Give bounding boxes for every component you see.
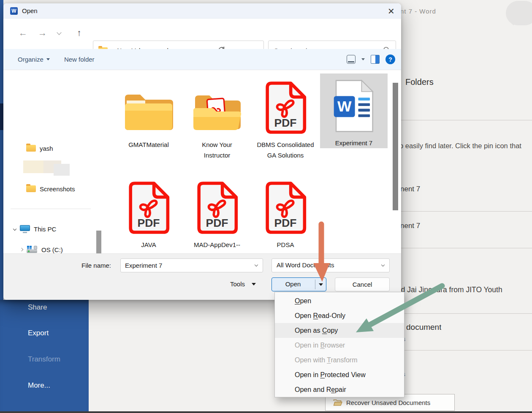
sidebar-item-more[interactable]: More... xyxy=(28,381,50,390)
recent-file-item[interactable]: nent 7 xyxy=(400,222,420,230)
pdf-icon: PDF xyxy=(115,175,182,234)
cancel-button-label: Cancel xyxy=(353,281,372,288)
open-file-dialog: W Open × ← → ↑ « New Volu... › yash xyxy=(3,3,401,300)
sidebar-item-share[interactable]: Share xyxy=(28,303,47,312)
combo-chevron-icon[interactable] xyxy=(255,263,258,266)
recent-file-item[interactable]: nent 7 xyxy=(400,185,420,193)
divider xyxy=(400,248,532,248)
file-tile-gmatmaterial[interactable]: GMATMaterial xyxy=(115,75,182,150)
svg-text:PDF: PDF xyxy=(274,117,297,129)
tree-divider xyxy=(11,209,91,209)
open-dropdown-arrow-icon[interactable] xyxy=(319,283,323,286)
recent-locations-chevron-icon[interactable] xyxy=(57,30,61,35)
svg-text:W: W xyxy=(337,98,352,115)
svg-text:PDF: PDF xyxy=(206,217,228,229)
file-name-combobox[interactable] xyxy=(120,258,263,272)
preview-pane-icon[interactable] xyxy=(371,55,380,64)
svg-text:PDF: PDF xyxy=(274,217,297,229)
view-mode-icon[interactable] xyxy=(347,55,356,64)
divider xyxy=(403,313,532,314)
folder-icon xyxy=(26,185,36,192)
window-title: nt 7 - Word xyxy=(400,8,436,15)
open-split-button[interactable]: Open xyxy=(271,277,326,291)
screen: nt 7 - Word Folders o easily find later.… xyxy=(0,0,532,413)
folder-with-pdf-icon xyxy=(183,75,251,134)
open-options-menu: Open Open Read-Only Open as Copy Open in… xyxy=(274,292,404,397)
new-folder-label: New folder xyxy=(64,56,95,63)
organize-menu-button[interactable]: Organize xyxy=(18,56,50,63)
word-document-icon: W xyxy=(320,73,388,133)
file-type-value: All Word Documents xyxy=(277,261,334,269)
navigation-row: ← → ↑ « New Volu... › yash xyxy=(3,19,401,49)
forward-icon[interactable]: → xyxy=(38,28,47,38)
menu-item-open[interactable]: Open xyxy=(275,293,404,308)
dialog-title: Open xyxy=(22,7,38,14)
folder-icon xyxy=(26,145,36,152)
menu-item-open-as-copy[interactable]: Open as Copy xyxy=(275,323,404,338)
recover-button-label: Recover Unsaved Documents xyxy=(346,399,430,406)
folder-tree-panel: yash Screenshots This PC xyxy=(3,70,103,253)
tree-item-screenshots[interactable]: Screenshots xyxy=(26,182,75,195)
dropdown-triangle-icon xyxy=(252,283,256,285)
up-icon[interactable]: ↑ xyxy=(77,28,81,38)
pdf-icon: PDF xyxy=(252,175,319,234)
file-tile-dbms-pdf[interactable]: PDF DBMS Consolidated GA Solutions xyxy=(252,75,319,160)
pdf-icon: PDF xyxy=(252,75,319,134)
recent-file-item[interactable]: nd Jai Jinendra from JITO Youth xyxy=(397,285,532,294)
close-icon[interactable]: × xyxy=(388,4,394,18)
os-drive-icon xyxy=(27,246,38,253)
tree-item-this-pc[interactable]: This PC xyxy=(14,223,56,235)
sidebar-item-export[interactable]: Export xyxy=(28,329,49,337)
menu-item-open-read-only[interactable]: Open Read-Only xyxy=(275,308,404,323)
sidebar-item-transform[interactable]: Transform xyxy=(28,355,60,364)
comments-bubble-icon xyxy=(506,1,532,25)
backstage-sidebar: Share Export Transform More... xyxy=(0,300,89,411)
folder-icon xyxy=(115,75,182,134)
backstage-sidebar-edge xyxy=(0,0,3,301)
file-tile-java-pdf[interactable]: PDF JAVA xyxy=(115,175,182,250)
organize-label: Organize xyxy=(18,56,43,63)
dialog-titlebar[interactable]: W Open × xyxy=(3,3,401,19)
help-icon[interactable]: ? xyxy=(385,54,395,64)
file-name-input[interactable] xyxy=(125,259,239,272)
divider xyxy=(400,120,532,120)
open-button-label: Open xyxy=(272,280,314,288)
menu-item-open-and-repair[interactable]: Open and Repair xyxy=(275,382,404,397)
file-tile-mad-appdev-pdf[interactable]: PDF MAD-AppDev1-- xyxy=(183,175,251,250)
new-folder-button[interactable]: New folder xyxy=(64,56,95,63)
backstage-selected-marker xyxy=(0,103,3,130)
divider xyxy=(400,211,532,212)
pdf-icon: PDF xyxy=(183,175,251,234)
expanded-chevron-icon[interactable] xyxy=(13,227,16,231)
window-bottom-edge xyxy=(0,411,532,413)
file-list: GMATMaterial Know Your Instructor xyxy=(103,70,393,253)
tree-item-yash[interactable]: yash xyxy=(26,142,53,155)
file-list-scrollbar[interactable] xyxy=(393,83,398,210)
back-icon[interactable]: ← xyxy=(19,28,27,38)
file-type-combobox[interactable]: All Word Documents xyxy=(271,258,390,272)
pin-tip-text: o easily find later. Click the pin icon … xyxy=(399,142,532,150)
menu-item-open-with-transform: Open with Transform xyxy=(275,353,404,367)
split-divider xyxy=(315,280,315,289)
collapsed-chevron-icon[interactable] xyxy=(20,248,23,251)
this-pc-icon xyxy=(20,225,30,233)
file-tile-experiment-7-selected[interactable]: W Experiment 7 xyxy=(320,73,388,148)
combo-chevron-icon[interactable] xyxy=(381,263,385,266)
tree-item-redacted[interactable] xyxy=(23,160,70,174)
dialog-toolbar: Organize New folder ? xyxy=(3,49,401,70)
menu-item-open-in-protected-view[interactable]: Open in Protected View xyxy=(275,367,404,382)
open-folder-icon xyxy=(333,399,342,406)
word-app-icon: W xyxy=(10,7,18,15)
file-tile-know-your-instructor[interactable]: Know Your Instructor xyxy=(183,75,251,160)
file-name-label: File name: xyxy=(81,262,117,269)
menu-item-open-in-browser: Open in Browser xyxy=(275,338,404,353)
cancel-button[interactable]: Cancel xyxy=(335,277,390,291)
svg-text:PDF: PDF xyxy=(138,217,160,229)
view-mode-chevron-icon[interactable] xyxy=(361,58,365,60)
folders-tab-label[interactable]: Folders xyxy=(405,77,434,87)
divider xyxy=(400,350,532,351)
tools-menu-button[interactable]: Tools xyxy=(230,280,256,288)
dropdown-triangle-icon xyxy=(46,58,50,60)
file-tile-pdsa-pdf[interactable]: PDF PDSA xyxy=(252,175,319,250)
recent-file-item[interactable]: document xyxy=(406,323,441,332)
